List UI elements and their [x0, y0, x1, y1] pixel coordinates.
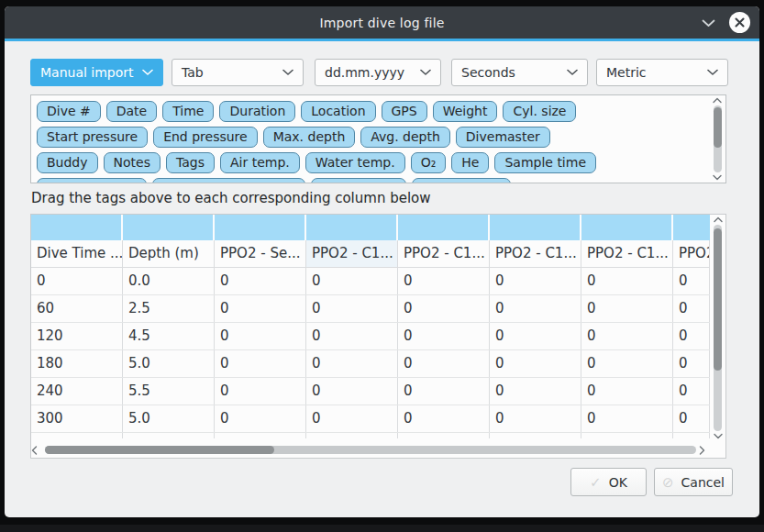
tag-divemaster[interactable]: Divemaster — [456, 127, 550, 148]
drop-target-cell[interactable] — [490, 215, 581, 240]
shade-button[interactable] — [700, 15, 716, 31]
drop-target-cell[interactable] — [398, 215, 490, 240]
table-cell[interactable]: 0 — [306, 350, 398, 377]
table-cell[interactable]: 0 — [306, 268, 398, 294]
close-button[interactable] — [729, 12, 750, 33]
table-cell[interactable]: 0 — [581, 295, 673, 322]
drop-target-cell[interactable] — [581, 215, 673, 240]
table-cell[interactable] — [123, 433, 215, 438]
cancel-button[interactable]: ⊘ Cancel — [654, 468, 733, 496]
table-cell[interactable]: 0 — [490, 323, 581, 349]
tag-end-pressure[interactable]: End pressure — [153, 127, 258, 148]
tag-location[interactable]: Location — [301, 101, 375, 122]
tag-max-depth[interactable]: Max. depth — [263, 127, 356, 148]
scrollbar-track[interactable] — [45, 446, 696, 454]
table-cell[interactable]: 0 — [215, 295, 306, 322]
date-format-combobox[interactable]: dd.mm.yyyy — [315, 59, 441, 86]
table-cell[interactable] — [581, 433, 673, 438]
table-cell[interactable]: 0 — [215, 378, 306, 405]
table-cell[interactable]: 0 — [398, 268, 490, 294]
tag-cyl-size[interactable]: Cyl. size — [503, 101, 576, 122]
duration-format-combobox[interactable]: Seconds — [451, 59, 588, 86]
table-cell[interactable]: 5.0 — [123, 350, 215, 377]
table-cell[interactable]: 0 — [581, 405, 673, 432]
tag-sample-time[interactable]: Sample time — [494, 152, 596, 173]
table-cell[interactable]: 0 — [306, 323, 398, 349]
table-cell[interactable]: 0 — [490, 405, 581, 432]
tag-sample-temperature[interactable]: Sample temperature — [152, 178, 305, 183]
table-cell[interactable] — [490, 433, 581, 438]
scroll-up-icon[interactable] — [714, 216, 723, 223]
table-cell[interactable]: 0 — [306, 378, 398, 405]
table-cell[interactable]: 120 — [31, 323, 123, 349]
field-separator-combobox[interactable]: Tab — [172, 59, 304, 86]
table-cell[interactable]: 0 — [215, 405, 306, 432]
tag-buddy[interactable]: Buddy — [37, 152, 98, 173]
ok-button[interactable]: ✓ OK — [570, 468, 647, 496]
column-header[interactable]: PPO2 - C1... — [398, 240, 490, 267]
table-cell[interactable]: 0 — [581, 268, 673, 294]
tag-time[interactable]: Time — [162, 101, 214, 122]
drop-target-cell[interactable] — [123, 215, 215, 240]
table-cell[interactable]: 0 — [673, 405, 710, 432]
drop-target-cell[interactable] — [31, 215, 123, 240]
scrollbar-track[interactable] — [714, 225, 722, 431]
table-cell[interactable]: 5.5 — [123, 378, 215, 405]
table-cell[interactable]: 4.5 — [123, 323, 215, 349]
table-cell[interactable]: 0 — [215, 268, 306, 294]
drop-target-cell[interactable] — [306, 215, 398, 240]
tag-weight[interactable]: Weight — [433, 101, 498, 122]
tag-gps[interactable]: GPS — [382, 101, 427, 122]
tag-sample-po[interactable]: Sample pO₂ — [311, 178, 406, 183]
table-cell[interactable]: 0 — [490, 295, 581, 322]
table-cell[interactable]: 0.0 — [123, 268, 215, 294]
scroll-left-icon[interactable] — [31, 441, 42, 459]
table-cell[interactable]: 0 — [398, 378, 490, 405]
table-cell[interactable]: 0 — [581, 350, 673, 377]
table-cell[interactable]: 0 — [398, 323, 490, 349]
tag-sample-cns[interactable]: Sample CNS — [412, 178, 511, 183]
table-cell[interactable]: 0 — [673, 323, 710, 349]
tag-duration[interactable]: Duration — [219, 101, 295, 122]
table-cell[interactable] — [306, 433, 398, 438]
column-header[interactable]: PPO2 - C1... — [306, 240, 398, 267]
scroll-down-icon[interactable] — [714, 433, 723, 439]
table-cell[interactable]: 0 — [306, 295, 398, 322]
scrollbar-thumb[interactable] — [714, 228, 722, 371]
tag-tags[interactable]: Tags — [166, 152, 215, 173]
table-cell[interactable]: 0 — [490, 350, 581, 377]
table-vertical-scrollbar[interactable] — [711, 216, 725, 439]
column-header[interactable]: Dive Time ... — [31, 240, 123, 267]
table-cell[interactable]: 0 — [673, 378, 710, 405]
tag-start-pressure[interactable]: Start pressure — [37, 127, 148, 148]
table-cell[interactable]: 5.0 — [123, 405, 215, 432]
table-cell[interactable]: 0 — [398, 295, 490, 322]
table-cell[interactable]: 0 — [215, 350, 306, 377]
scroll-up-icon[interactable] — [713, 97, 722, 104]
tag-date[interactable]: Date — [106, 101, 157, 122]
table-cell[interactable]: 300 — [31, 405, 123, 432]
table-cell[interactable]: 0 — [306, 405, 398, 432]
table-cell[interactable] — [31, 433, 123, 438]
tag-avg-depth[interactable]: Avg. depth — [360, 127, 450, 148]
table-cell[interactable] — [215, 433, 306, 438]
import-mode-combobox[interactable]: Manual import — [30, 59, 163, 86]
scrollbar-thumb[interactable] — [714, 107, 722, 148]
drop-target-cell[interactable] — [673, 215, 710, 240]
table-cell[interactable]: 2.5 — [123, 295, 215, 322]
units-combobox[interactable]: Metric — [596, 59, 728, 86]
tag-o[interactable]: O₂ — [411, 152, 447, 173]
column-header[interactable]: PPO2 - Se... — [215, 240, 306, 267]
tag-water-temp[interactable]: Water temp. — [305, 152, 405, 173]
tags-vertical-scrollbar[interactable] — [711, 97, 724, 181]
table-cell[interactable] — [673, 433, 710, 438]
tag-dive[interactable]: Dive # — [37, 101, 101, 122]
column-header[interactable]: PPO2 - C1... — [581, 240, 673, 267]
table-cell[interactable]: 0 — [673, 268, 710, 294]
drop-target-cell[interactable] — [215, 215, 306, 240]
table-cell[interactable]: 0 — [398, 350, 490, 377]
column-header[interactable]: PPO2 - C1... — [490, 240, 581, 267]
table-cell[interactable] — [398, 433, 490, 438]
table-cell[interactable]: 0 — [581, 323, 673, 349]
scroll-down-icon[interactable] — [713, 174, 722, 181]
